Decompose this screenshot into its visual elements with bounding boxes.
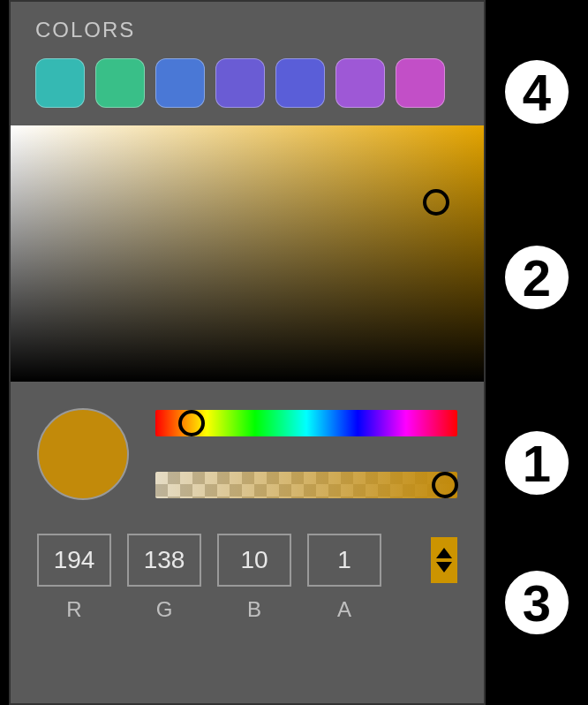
hue-slider-cursor[interactable] [178, 410, 205, 436]
input-col-r: R [37, 534, 111, 622]
rgba-inputs-row: R G B A [11, 507, 484, 622]
input-col-g: G [127, 534, 201, 622]
input-col-a: A [307, 534, 381, 622]
panel-header: COLORS [11, 2, 484, 51]
callout-4: 4 [496, 51, 577, 133]
alpha-slider-cursor[interactable] [432, 472, 458, 498]
saturation-value-cursor[interactable] [423, 189, 449, 216]
alpha-slider[interactable] [155, 472, 457, 498]
swatch-row [11, 51, 484, 125]
g-input[interactable] [127, 534, 201, 587]
color-picker-panel: COLORS R G [9, 0, 486, 705]
callout-2: 2 [496, 237, 577, 318]
color-swatch[interactable] [215, 58, 265, 108]
panel-title: COLORS [35, 18, 459, 42]
chevron-down-icon [436, 562, 452, 572]
color-preview [37, 408, 129, 500]
hue-slider[interactable] [155, 410, 457, 436]
color-swatch[interactable] [335, 58, 385, 108]
color-swatch[interactable] [275, 58, 325, 108]
a-label: A [337, 597, 351, 622]
r-input[interactable] [37, 534, 111, 587]
b-input[interactable] [217, 534, 291, 587]
b-label: B [247, 597, 261, 622]
color-swatch[interactable] [35, 58, 85, 108]
mid-section [11, 382, 484, 507]
a-input[interactable] [307, 534, 381, 587]
chevron-up-icon [436, 548, 452, 558]
g-label: G [156, 597, 173, 622]
input-col-b: B [217, 534, 291, 622]
saturation-value-area[interactable] [11, 125, 484, 382]
callout-3: 3 [496, 562, 577, 643]
color-swatch[interactable] [396, 58, 445, 108]
color-swatch[interactable] [95, 58, 145, 108]
sliders [155, 406, 457, 498]
format-toggle-button[interactable] [431, 537, 457, 583]
callout-1: 1 [496, 422, 577, 504]
r-label: R [66, 597, 81, 622]
color-swatch[interactable] [155, 58, 205, 108]
